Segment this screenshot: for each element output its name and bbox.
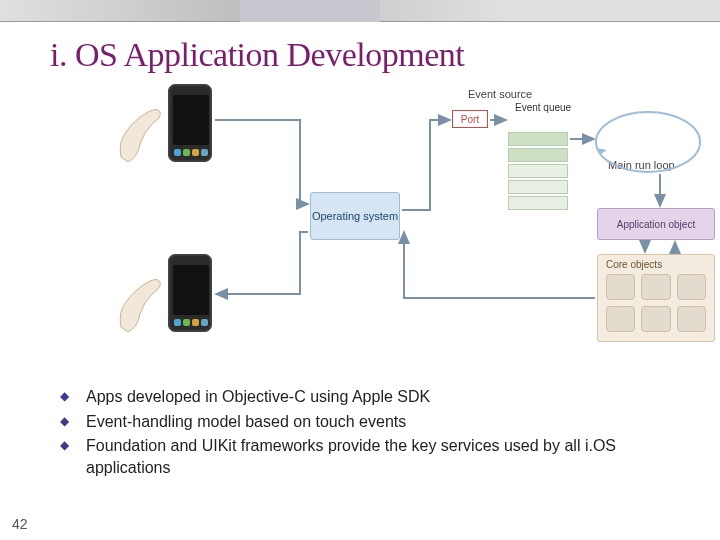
finger-icon — [116, 272, 166, 342]
core-objects-label: Core objects — [606, 259, 706, 270]
slide-title: i. OS Application Development — [0, 22, 720, 84]
page-number: 42 — [12, 516, 28, 532]
bullet-item: Apps developed in Objective-C using Appl… — [60, 386, 680, 408]
core-objects-box: Core objects — [597, 254, 715, 342]
window-decoration — [0, 0, 720, 22]
event-queue — [508, 132, 568, 212]
finger-icon — [116, 102, 166, 172]
bullet-list: Apps developed in Objective-C using Appl… — [60, 386, 680, 478]
application-object-box: Application object — [597, 208, 715, 240]
port-box: Port — [452, 110, 488, 128]
bullet-item: Event-handling model based on touch even… — [60, 411, 680, 433]
accent-strip — [240, 0, 380, 22]
bullet-item: Foundation and UIKit frameworks provide … — [60, 435, 680, 478]
phone-device-bottom — [168, 254, 212, 332]
event-queue-label: Event queue — [515, 102, 571, 113]
operating-system-box: Operating system — [310, 192, 400, 240]
phone-device-top — [168, 84, 212, 162]
event-source-label: Event source — [468, 88, 532, 100]
main-run-loop-label: Main run loop — [608, 159, 675, 171]
event-flow-diagram: Operating system Event source Port Event… — [100, 84, 720, 374]
